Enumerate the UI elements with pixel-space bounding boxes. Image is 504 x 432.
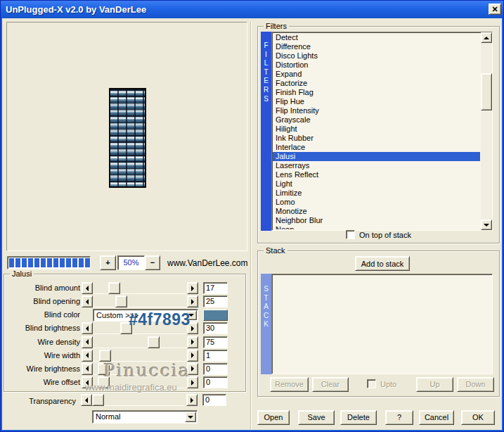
filter-item[interactable]: Limitize bbox=[273, 189, 480, 198]
filter-item[interactable]: Laserrays bbox=[273, 161, 480, 170]
blend-mode-value: Normal bbox=[96, 412, 120, 421]
help-button[interactable]: ? bbox=[385, 410, 413, 425]
slider-left-arrow[interactable] bbox=[82, 376, 93, 388]
cancel-button[interactable]: Cancel bbox=[419, 410, 454, 425]
slider-thumb[interactable] bbox=[120, 322, 132, 334]
filter-item[interactable]: Monotize bbox=[273, 207, 480, 216]
filter-item[interactable]: Distortion bbox=[273, 61, 480, 70]
value-field[interactable]: 0 bbox=[203, 363, 228, 375]
dropdown-arrow-button[interactable] bbox=[186, 310, 197, 320]
slider-track[interactable] bbox=[93, 296, 187, 307]
value-field[interactable]: 30 bbox=[203, 322, 228, 334]
transparency-value-field[interactable]: 0 bbox=[202, 394, 226, 406]
filter-item[interactable]: Flip Intensity bbox=[273, 106, 480, 115]
clear-button[interactable]: Clear bbox=[312, 377, 349, 392]
filter-item[interactable]: Detect bbox=[273, 33, 480, 42]
stack-list[interactable] bbox=[271, 274, 493, 374]
open-button[interactable]: Open bbox=[257, 410, 290, 425]
filter-item[interactable]: Ink Rubber bbox=[273, 134, 480, 143]
slider-thumb[interactable] bbox=[98, 376, 110, 388]
zoom-in-button[interactable]: + bbox=[100, 255, 116, 270]
filter-item[interactable]: Hilight bbox=[273, 125, 480, 134]
delete-button[interactable]: Delete bbox=[340, 410, 377, 425]
transparency-track[interactable] bbox=[92, 394, 186, 406]
slider-left-arrow[interactable] bbox=[82, 322, 93, 334]
filter-item[interactable]: Factorize bbox=[273, 79, 480, 88]
on-top-checkbox[interactable] bbox=[346, 230, 355, 239]
remove-button[interactable]: Remove bbox=[270, 377, 309, 392]
slider-thumb[interactable] bbox=[99, 350, 111, 362]
filter-item[interactable]: Finish Flag bbox=[273, 88, 480, 97]
slider-track[interactable] bbox=[93, 322, 187, 334]
jalusi-row-wire-width: Wire width1 bbox=[4, 350, 245, 362]
transparency-thumb[interactable] bbox=[92, 394, 104, 406]
slider-left-arrow[interactable] bbox=[82, 296, 93, 307]
filter-item[interactable]: Expand bbox=[273, 70, 480, 79]
scroll-down-button[interactable] bbox=[481, 220, 492, 230]
filter-item[interactable]: Neighbor Blur bbox=[273, 216, 480, 225]
filter-item[interactable]: Lens Reflect bbox=[273, 170, 480, 179]
filters-scrollbar[interactable] bbox=[481, 32, 492, 230]
close-button[interactable]: ✕ bbox=[489, 4, 501, 15]
left-arrow-icon bbox=[85, 398, 88, 403]
slider-left-arrow[interactable] bbox=[82, 350, 93, 362]
slider-right-arrow[interactable] bbox=[187, 336, 198, 348]
titlebar[interactable]: UnPlugged-X v2.0 by VanDerLee bbox=[1, 1, 503, 18]
value-field[interactable]: 1 bbox=[203, 350, 228, 362]
filter-item[interactable]: Light bbox=[273, 179, 480, 189]
scrollbar-thumb[interactable] bbox=[481, 73, 492, 110]
filter-item[interactable]: Lomo bbox=[273, 198, 480, 207]
filter-item[interactable]: Interlace bbox=[273, 143, 480, 152]
blend-mode-dropdown[interactable]: Normal bbox=[92, 410, 198, 424]
slider-left-arrow[interactable] bbox=[82, 336, 93, 348]
progress-segment bbox=[79, 258, 84, 267]
slider-track[interactable] bbox=[93, 336, 187, 348]
slider-right-arrow[interactable] bbox=[187, 350, 198, 362]
filter-item[interactable]: Flip Hue bbox=[273, 97, 480, 106]
slider-thumb[interactable] bbox=[115, 296, 127, 307]
down-button[interactable]: Down bbox=[457, 377, 494, 392]
right-arrow-icon bbox=[191, 366, 194, 371]
blind-color-dropdown[interactable]: Custom >>> bbox=[93, 309, 198, 322]
slider-thumb[interactable] bbox=[108, 282, 120, 294]
slider-track[interactable] bbox=[93, 350, 187, 362]
slider-right-arrow[interactable] bbox=[187, 376, 198, 388]
slider-thumb[interactable] bbox=[98, 363, 110, 375]
slider-right-arrow[interactable] bbox=[187, 296, 198, 307]
slider-right-arrow[interactable] bbox=[187, 322, 198, 334]
progress-segment bbox=[15, 258, 20, 267]
up-button[interactable]: Up bbox=[416, 377, 453, 392]
value-field[interactable]: 75 bbox=[203, 336, 228, 348]
filter-item[interactable]: Disco Lights bbox=[273, 51, 480, 61]
filter-item[interactable]: Grayscale bbox=[273, 115, 480, 125]
slider-track[interactable] bbox=[93, 363, 187, 375]
save-button[interactable]: Save bbox=[298, 410, 335, 425]
dropdown-arrow-button[interactable] bbox=[185, 412, 196, 422]
slider-left-arrow[interactable] bbox=[82, 363, 93, 375]
slider-right-arrow[interactable] bbox=[187, 363, 198, 375]
zoom-out-button[interactable]: − bbox=[145, 255, 160, 270]
panel-divider bbox=[250, 21, 252, 429]
filter-item[interactable]: Difference bbox=[273, 42, 480, 51]
filter-item[interactable]: Neon bbox=[273, 225, 480, 229]
slider-track[interactable] bbox=[93, 282, 187, 294]
slider-left-arrow[interactable] bbox=[82, 282, 93, 294]
scroll-up-button[interactable] bbox=[481, 32, 492, 43]
value-field[interactable]: 17 bbox=[203, 282, 228, 294]
add-to-stack-button[interactable]: Add to stack bbox=[355, 256, 410, 271]
value-field[interactable]: 25 bbox=[203, 296, 228, 307]
zoom-level-field[interactable]: 50% bbox=[117, 255, 145, 270]
blind-color-swatch[interactable] bbox=[203, 310, 228, 321]
slider-track[interactable] bbox=[93, 376, 187, 388]
upto-checkbox[interactable] bbox=[367, 379, 376, 388]
progress-segment bbox=[47, 258, 52, 267]
slider-right-arrow[interactable] bbox=[187, 282, 198, 294]
filter-item[interactable]: Jalusi bbox=[273, 152, 480, 161]
slider-thumb[interactable] bbox=[148, 336, 160, 348]
preview-panel[interactable] bbox=[6, 22, 247, 251]
transparency-left-arrow[interactable] bbox=[81, 394, 92, 406]
value-field[interactable]: 0 bbox=[203, 376, 228, 388]
ok-button[interactable]: OK bbox=[461, 410, 495, 425]
transparency-right-arrow[interactable] bbox=[186, 394, 198, 406]
filters-list[interactable]: DetectDifferenceDisco LightsDistortionEx… bbox=[271, 32, 493, 231]
